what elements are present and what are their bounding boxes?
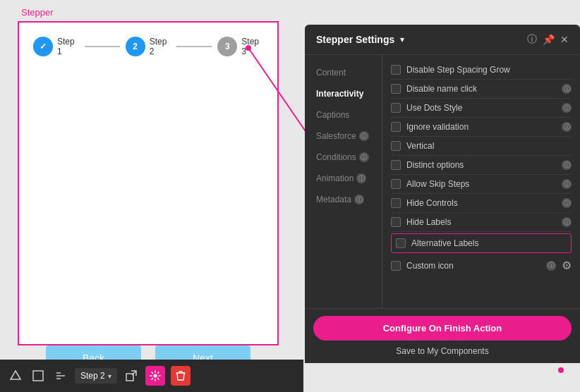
settings-panel: Stepper Settings ▾ ⓘ 📌 ✕ Content Interac… bbox=[305, 25, 580, 363]
nav-animation[interactable]: Animationⓘ bbox=[305, 168, 382, 189]
settings-header-icons: ⓘ 📌 ✕ bbox=[527, 33, 569, 46]
setting-allow-skip-steps: Allow Skip Steps ⓘ bbox=[391, 175, 572, 194]
stepper-label: Stepper bbox=[21, 7, 54, 18]
metadata-info: ⓘ bbox=[354, 195, 364, 204]
step-3-label: Step 3 bbox=[241, 37, 263, 56]
toolbar-align-icon[interactable] bbox=[52, 367, 69, 384]
step-2-circle: 2 bbox=[126, 37, 145, 56]
chevron-down-icon: ▾ bbox=[108, 372, 111, 380]
label-ignore-validation: Ignore validation bbox=[406, 122, 556, 132]
label-disable-step-spacing: Disable Step Spacing Grow bbox=[406, 65, 572, 75]
configure-on-finish-button[interactable]: Configure On Finish Action bbox=[313, 316, 572, 341]
checkbox-alternative-labels[interactable] bbox=[396, 238, 406, 248]
settings-header: Stepper Settings ▾ ⓘ 📌 ✕ bbox=[305, 25, 580, 55]
checkbox-disable-step-spacing[interactable] bbox=[391, 65, 401, 75]
setting-vertical: Vertical bbox=[391, 137, 572, 156]
info-icon[interactable]: ⓘ bbox=[527, 33, 537, 46]
step-1[interactable]: ✓ Step 1 bbox=[33, 37, 79, 56]
setting-alternative-labels: Alternative Labels bbox=[391, 233, 572, 253]
setting-hide-controls: Hide Controls ⓘ bbox=[391, 194, 572, 213]
setting-hide-labels: Hide Labels ⓘ bbox=[391, 213, 572, 232]
toolbar-select-icon[interactable] bbox=[7, 367, 24, 384]
pin-icon[interactable]: 📌 bbox=[543, 34, 555, 45]
svg-marker-2 bbox=[11, 371, 20, 379]
bottom-toolbar: Step 2 ▾ bbox=[0, 360, 303, 392]
info-hide-controls[interactable]: ⓘ bbox=[562, 198, 572, 208]
setting-use-dots-style: Use Dots Style ⓘ bbox=[391, 99, 572, 118]
conditions-info: ⓘ bbox=[359, 152, 369, 162]
settings-title: Stepper Settings bbox=[316, 34, 394, 45]
info-hide-labels[interactable]: ⓘ bbox=[562, 217, 572, 227]
label-custom-icon: Custom icon bbox=[406, 261, 540, 271]
info-allow-skip-steps[interactable]: ⓘ bbox=[562, 179, 572, 189]
nav-metadata[interactable]: Metadata ⓘ bbox=[305, 189, 382, 210]
settings-footer: Configure On Finish Action Save to My Co… bbox=[305, 308, 580, 363]
step-2[interactable]: 2 Step 2 bbox=[126, 37, 171, 56]
nav-conditions[interactable]: Conditions ⓘ bbox=[305, 147, 382, 168]
info-disable-name-click[interactable]: ⓘ bbox=[562, 84, 572, 94]
step-connector-1 bbox=[85, 46, 120, 47]
nav-captions[interactable]: Captions bbox=[305, 104, 382, 125]
checkbox-hide-controls[interactable] bbox=[391, 198, 401, 208]
checkbox-disable-name-click[interactable] bbox=[391, 84, 401, 94]
label-hide-labels: Hide Labels bbox=[406, 217, 556, 227]
info-ignore-validation[interactable]: ⓘ bbox=[562, 122, 572, 132]
nav-salesforce[interactable]: Salesforce ⓘ bbox=[305, 125, 382, 147]
label-allow-skip-steps: Allow Skip Steps bbox=[406, 179, 556, 189]
info-distinct-options[interactable]: ⓘ bbox=[562, 160, 572, 170]
setting-custom-icon: Custom icon ⓘ ⚙ bbox=[391, 255, 572, 276]
label-disable-name-click: Disable name click bbox=[406, 84, 556, 94]
toolbar-square-icon[interactable] bbox=[30, 367, 47, 384]
label-vertical: Vertical bbox=[406, 141, 572, 151]
step-2-label: Step 2 bbox=[150, 37, 171, 56]
setting-disable-step-spacing: Disable Step Spacing Grow bbox=[391, 61, 572, 80]
setting-disable-name-click: Disable name click ⓘ bbox=[391, 80, 572, 99]
checkbox-allow-skip-steps[interactable] bbox=[391, 179, 401, 189]
checkbox-use-dots-style[interactable] bbox=[391, 103, 401, 113]
external-link-icon[interactable] bbox=[123, 367, 140, 384]
settings-icon-button[interactable] bbox=[145, 366, 165, 386]
label-use-dots-style: Use Dots Style bbox=[406, 103, 556, 113]
checkbox-custom-icon[interactable] bbox=[391, 261, 401, 271]
settings-nav: Content Interactivity Captions Salesforc… bbox=[305, 55, 382, 308]
close-icon[interactable]: ✕ bbox=[560, 34, 569, 45]
step-3[interactable]: 3 Step 3 bbox=[217, 37, 263, 56]
nav-interactivity[interactable]: Interactivity bbox=[305, 83, 382, 104]
info-use-dots-style[interactable]: ⓘ bbox=[562, 103, 572, 113]
salesforce-info: ⓘ bbox=[359, 131, 369, 141]
nav-content[interactable]: Content bbox=[305, 62, 382, 83]
label-alternative-labels: Alternative Labels bbox=[411, 238, 567, 248]
info-custom-icon[interactable]: ⓘ bbox=[546, 261, 556, 271]
setting-ignore-validation: Ignore validation ⓘ bbox=[391, 118, 572, 137]
settings-body: Content Interactivity Captions Salesforc… bbox=[305, 55, 580, 308]
checkbox-vertical[interactable] bbox=[391, 141, 401, 151]
label-hide-controls: Hide Controls bbox=[406, 198, 556, 208]
step-1-label: Step 1 bbox=[57, 37, 79, 56]
delete-button[interactable] bbox=[171, 366, 191, 386]
step-3-circle: 3 bbox=[217, 37, 237, 56]
step-selector-label: Step 2 bbox=[80, 371, 105, 381]
label-distinct-options: Distinct options bbox=[406, 160, 556, 170]
setting-distinct-options: Distinct options ⓘ bbox=[391, 156, 572, 175]
checkbox-ignore-validation[interactable] bbox=[391, 122, 401, 132]
checkbox-hide-labels[interactable] bbox=[391, 217, 401, 227]
checkbox-distinct-options[interactable] bbox=[391, 160, 401, 170]
step-connector-2 bbox=[176, 46, 212, 47]
step-1-circle: ✓ bbox=[33, 37, 53, 56]
corner-handle-bottom-right[interactable] bbox=[558, 367, 564, 373]
settings-content: Disable Step Spacing Grow Disable name c… bbox=[382, 55, 580, 308]
step-row: ✓ Step 1 2 Step 2 3 Step 3 bbox=[19, 23, 277, 63]
step-selector[interactable]: Step 2 ▾ bbox=[75, 368, 117, 384]
stepper-widget: ✓ Step 1 2 Step 2 3 Step 3 bbox=[18, 21, 279, 345]
animation-info: ⓘ bbox=[356, 173, 366, 183]
svg-point-9 bbox=[153, 374, 157, 378]
svg-rect-3 bbox=[33, 371, 43, 381]
svg-line-8 bbox=[132, 371, 136, 375]
settings-chevron-icon[interactable]: ▾ bbox=[400, 35, 404, 44]
save-to-components-button[interactable]: Save to My Components bbox=[313, 346, 572, 356]
gear-icon[interactable]: ⚙ bbox=[562, 259, 572, 272]
